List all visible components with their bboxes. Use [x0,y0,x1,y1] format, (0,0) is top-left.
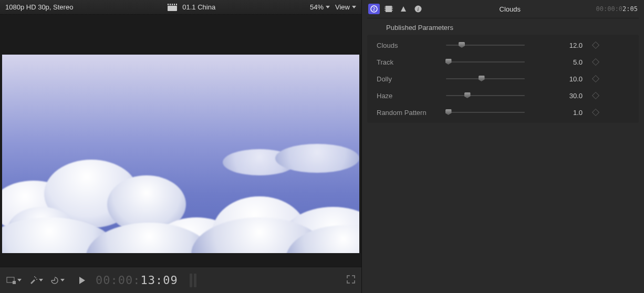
viewer-transport: 00:00:13:09 [0,267,361,293]
inspector-pane: 2 i Clouds 00:00:02:05 Published Paramet… [361,0,644,293]
viewer-canvas-wrap [0,15,361,267]
svg-rect-18 [385,10,386,11]
viewer-canvas[interactable] [2,55,359,253]
svg-marker-22 [401,6,406,12]
svg-point-8 [35,277,36,278]
timecode-dim: 00:00: [96,274,140,287]
viewer-pane: 1080p HD 30p, Stereo 01.1 China 54% View [0,0,361,293]
svg-rect-3 [171,4,172,5]
tab-video[interactable] [383,4,394,14]
fullscreen-button[interactable] [347,275,355,285]
svg-rect-20 [392,8,393,9]
param-value[interactable]: 10.0 [530,75,583,83]
section-header: Published Parameters [362,18,644,35]
svg-text:i: i [418,6,419,12]
inspector-header: 2 i Clouds 00:00:02:05 [362,0,644,18]
view-menu[interactable]: View [335,3,356,11]
inspector-title: Clouds [428,5,592,13]
svg-rect-16 [385,7,386,7]
zoom-menu[interactable]: 54% [310,3,330,11]
param-dolly: Dolly 10.0 [367,70,639,87]
svg-rect-13 [385,6,393,12]
param-label: Random Pattern [372,109,441,117]
tab-info[interactable]: i [412,4,424,14]
keyframe-icon[interactable] [592,41,599,49]
keyframe-icon[interactable] [592,92,599,99]
tab-color[interactable] [398,4,409,14]
chevron-down-icon [326,6,330,8]
transform-tool[interactable] [6,277,22,284]
chevron-down-icon [60,279,65,281]
viewer-header: 1080p HD 30p, Stereo 01.1 China 54% View [0,0,361,15]
format-label: 1080p HD 30p, Stereo [5,3,73,11]
chevron-down-icon [352,6,356,8]
param-value[interactable]: 5.0 [530,58,583,66]
param-label: Haze [372,92,441,100]
svg-rect-0 [168,6,177,11]
zoom-value: 54% [310,3,324,11]
svg-rect-21 [392,10,393,11]
slider[interactable] [446,58,525,66]
svg-rect-4 [173,4,174,5]
param-random-pattern: Random Pattern 1.0 [367,104,639,121]
param-value[interactable]: 30.0 [530,92,583,100]
tab-generator[interactable]: 2 [368,4,380,14]
svg-rect-2 [169,4,170,5]
slider[interactable] [446,92,525,99]
keyframe-icon[interactable] [592,58,599,66]
svg-rect-7 [13,281,16,284]
timecode-bright: 13:09 [140,274,178,287]
viewer-timecode[interactable]: 00:00:13:09 [96,274,178,287]
audio-meters [190,274,196,287]
svg-rect-17 [385,8,386,9]
clapperboard-icon [168,4,177,11]
svg-rect-5 [175,4,176,5]
clip-name: 01.1 China [182,3,215,11]
param-value[interactable]: 1.0 [530,109,583,117]
param-label: Track [372,58,441,66]
slider[interactable] [446,109,525,116]
slider[interactable] [446,75,525,82]
play-button[interactable] [79,277,85,284]
view-menu-label: View [335,3,350,11]
param-label: Dolly [372,75,441,83]
param-haze: Haze 30.0 [367,87,639,104]
keyframe-icon[interactable] [592,75,599,82]
chevron-down-icon [17,279,22,281]
param-track: Track 5.0 [367,54,639,70]
inspector-tabs: 2 i [368,4,424,14]
svg-point-9 [36,279,37,280]
svg-rect-19 [392,7,393,7]
inspector-timecode: 00:00:02:05 [596,5,638,13]
slider[interactable] [446,41,525,49]
param-value[interactable]: 12.0 [530,41,583,49]
keyframe-icon[interactable] [592,109,599,116]
published-parameters: Clouds 12.0 Track 5.0 Dolly 10.0 Haze 30… [367,35,639,123]
param-clouds: Clouds 12.0 [367,37,639,54]
param-label: Clouds [372,41,441,49]
effects-tool[interactable] [29,276,43,285]
svg-text:2: 2 [372,6,375,12]
chevron-down-icon [39,279,43,281]
retime-tool[interactable] [50,276,65,285]
svg-point-10 [34,276,35,277]
